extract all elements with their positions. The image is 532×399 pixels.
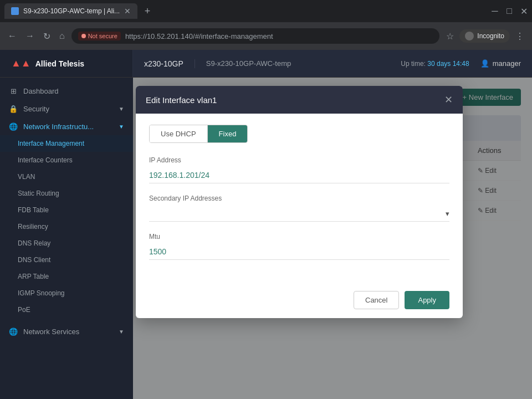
sidebar-item-igmp-snooping[interactable]: IGMP Snooping bbox=[0, 285, 133, 301]
sidebar-label-network-services: Network Services bbox=[23, 328, 79, 336]
modal-header: Edit Interface vlan1 ✕ bbox=[136, 86, 463, 114]
tab-title: S9-x230-10GP-AWC-temp | Ali... bbox=[23, 7, 120, 15]
cancel-button[interactable]: Cancel bbox=[354, 291, 399, 309]
chevron-down-icon: ▼ bbox=[119, 106, 124, 112]
app-header: ▲▲ Allied Telesis x230-10GP S9-x230-10GP… bbox=[0, 50, 532, 78]
not-secure-dot-icon bbox=[81, 34, 86, 38]
chevron-down-icon-3: ▼ bbox=[119, 329, 124, 335]
dashboard-icon: ⊞ bbox=[9, 86, 18, 95]
maximize-button[interactable]: □ bbox=[505, 7, 513, 15]
network-services-icon: 🌐 bbox=[9, 327, 18, 336]
header-device: S9-x230-10GP-AWC-temp bbox=[195, 59, 291, 68]
mtu-label: Mtu bbox=[149, 233, 449, 241]
incognito-label: Incognito bbox=[477, 32, 504, 40]
sidebar-nav: ⊞ Dashboard 🔒 Security ▼ 🌐 Network Infra… bbox=[0, 78, 133, 345]
sidebar-item-network-services[interactable]: 🌐 Network Services ▼ bbox=[0, 323, 133, 340]
at-logo: ▲▲ Allied Telesis bbox=[11, 58, 84, 69]
sidebar-label-dns-relay: DNS Relay bbox=[18, 239, 50, 247]
secondary-ip-group: Secondary IP Addresses ▾ bbox=[149, 195, 449, 222]
mtu-group: Mtu bbox=[149, 233, 449, 260]
sidebar-item-security[interactable]: 🔒 Security ▼ bbox=[0, 100, 133, 117]
sidebar-item-dns-relay[interactable]: DNS Relay bbox=[0, 235, 133, 252]
sidebar-label-arp-table: ARP Table bbox=[18, 273, 49, 280]
sidebar-item-interface-management[interactable]: Interface Management bbox=[0, 135, 133, 152]
sidebar-label-dashboard: Dashboard bbox=[23, 87, 59, 95]
sidebar-item-dns-client[interactable]: DNS Client bbox=[0, 252, 133, 268]
sidebar: ⊞ Dashboard 🔒 Security ▼ 🌐 Network Infra… bbox=[0, 78, 133, 399]
ip-mode-tabs: Use DHCP Fixed bbox=[149, 125, 248, 143]
dropdown-arrow-icon[interactable]: ▾ bbox=[446, 209, 449, 218]
sidebar-item-resiliency[interactable]: Resiliency bbox=[0, 218, 133, 235]
modal-footer: Cancel Apply bbox=[136, 282, 463, 318]
browser-chrome: S9-x230-10GP-AWC-temp | Ali... ✕ + ─ □ ✕… bbox=[0, 0, 532, 50]
incognito-icon bbox=[465, 32, 474, 40]
modal-body: Use DHCP Fixed IP Address Secondary IP A… bbox=[136, 114, 463, 282]
browser-tab[interactable]: S9-x230-10GP-AWC-temp | Ali... ✕ bbox=[4, 3, 137, 19]
secondary-ip-input[interactable] bbox=[149, 209, 446, 218]
not-secure-indicator: Not secure bbox=[78, 32, 121, 40]
sidebar-item-interface-counters[interactable]: Interface Counters bbox=[0, 152, 133, 168]
sidebar-label-static-routing: Static Routing bbox=[18, 190, 59, 197]
back-button[interactable]: ← bbox=[6, 29, 19, 43]
bookmark-icon[interactable]: ☆ bbox=[444, 29, 456, 44]
ip-address-input[interactable] bbox=[149, 167, 449, 183]
incognito-button[interactable]: Incognito bbox=[459, 29, 510, 43]
use-dhcp-tab[interactable]: Use DHCP bbox=[150, 125, 208, 142]
ip-address-label: IP Address bbox=[149, 156, 449, 164]
modal-close-button[interactable]: ✕ bbox=[444, 94, 453, 106]
browser-titlebar: S9-x230-10GP-AWC-temp | Ali... ✕ + ─ □ ✕ bbox=[0, 0, 532, 22]
url-text: https://10.52.201.140/#/interface-manage… bbox=[125, 32, 273, 40]
window-controls: ─ □ ✕ bbox=[491, 7, 528, 15]
header-model: x230-10GP bbox=[144, 59, 195, 68]
sidebar-label-resiliency: Resiliency bbox=[18, 223, 48, 231]
lock-icon: 🔒 bbox=[9, 104, 18, 113]
favicon-icon bbox=[11, 7, 19, 15]
sidebar-item-network-infrastructure[interactable]: 🌐 Network Infrastructu... ▼ bbox=[0, 117, 133, 135]
not-secure-label: Not secure bbox=[88, 33, 117, 39]
main-content: Interface Management + + New Interface I… bbox=[133, 78, 532, 399]
edit-interface-modal: Edit Interface vlan1 ✕ Use DHCP Fixed IP… bbox=[136, 86, 463, 318]
sidebar-label-security: Security bbox=[23, 105, 49, 113]
secondary-ip-row: ▾ bbox=[149, 206, 449, 222]
sidebar-label-fdb-table: FDB Table bbox=[18, 206, 49, 214]
forward-button[interactable]: → bbox=[23, 29, 37, 43]
fixed-tab[interactable]: Fixed bbox=[208, 125, 248, 142]
more-options-icon[interactable]: ⋮ bbox=[513, 29, 526, 44]
mtu-input[interactable] bbox=[149, 244, 449, 260]
user-icon: 👤 bbox=[480, 59, 489, 68]
url-full: https://10.52.201.140/#/interface-manage… bbox=[125, 32, 273, 40]
toolbar-icons: ☆ Incognito ⋮ bbox=[444, 29, 526, 44]
ip-address-group: IP Address bbox=[149, 156, 449, 183]
sidebar-item-static-routing[interactable]: Static Routing bbox=[0, 185, 133, 202]
minimize-button[interactable]: ─ bbox=[491, 7, 499, 15]
sidebar-item-poe[interactable]: PoE bbox=[0, 301, 133, 318]
sidebar-label-interface-mgmt: Interface Management bbox=[18, 140, 84, 147]
url-bar[interactable]: Not secure https://10.52.201.140/#/inter… bbox=[71, 28, 440, 44]
sidebar-label-dns-client: DNS Client bbox=[18, 256, 50, 264]
sidebar-label-network-infra: Network Infrastructu... bbox=[23, 122, 94, 131]
browser-toolbar: ← → ↻ ⌂ Not secure https://10.52.201.140… bbox=[0, 22, 532, 50]
refresh-button[interactable]: ↻ bbox=[41, 29, 53, 44]
sidebar-item-dashboard[interactable]: ⊞ Dashboard bbox=[0, 82, 133, 100]
tab-close-icon[interactable]: ✕ bbox=[124, 7, 131, 16]
sidebar-item-arp-table[interactable]: ARP Table bbox=[0, 268, 133, 285]
sidebar-label-poe: PoE bbox=[18, 306, 30, 314]
sidebar-label-vlan: VLAN bbox=[18, 173, 35, 181]
secondary-ip-label: Secondary IP Addresses bbox=[149, 195, 449, 202]
header-uptime: Up time: 30 days 14:48 bbox=[401, 60, 469, 68]
close-button[interactable]: ✕ bbox=[520, 7, 528, 15]
sidebar-item-vlan[interactable]: VLAN bbox=[0, 168, 133, 185]
header-user: 👤 manager bbox=[480, 59, 521, 68]
network-icon: 🌐 bbox=[9, 122, 18, 131]
sidebar-label-interface-counters: Interface Counters bbox=[18, 156, 73, 164]
modal-title: Edit Interface vlan1 bbox=[146, 95, 217, 105]
home-button[interactable]: ⌂ bbox=[57, 29, 67, 43]
sidebar-label-igmp-snooping: IGMP Snooping bbox=[18, 289, 65, 297]
sidebar-item-fdb-table[interactable]: FDB Table bbox=[0, 202, 133, 218]
apply-button[interactable]: Apply bbox=[405, 291, 449, 309]
chevron-down-icon-2: ▼ bbox=[119, 124, 124, 130]
new-tab-button[interactable]: + bbox=[140, 3, 155, 19]
